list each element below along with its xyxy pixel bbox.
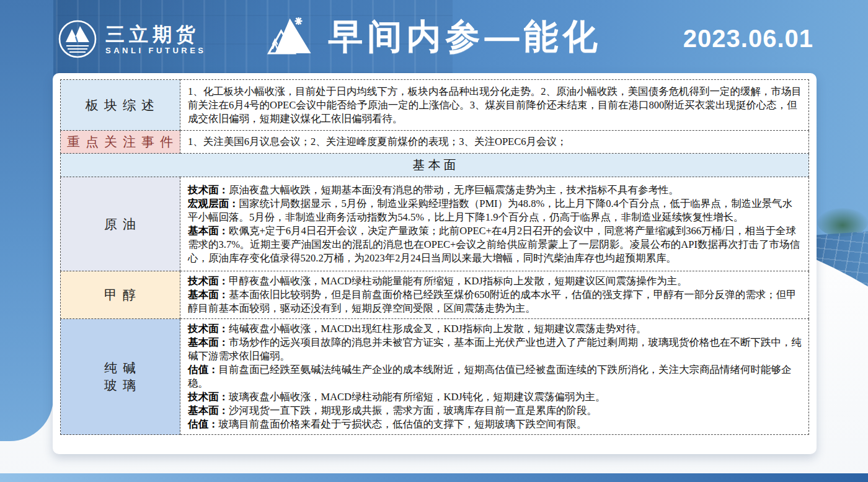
glass-label: 玻璃 bbox=[66, 377, 179, 394]
fundamentals-header-label: 基本面 bbox=[413, 158, 459, 172]
paragraph-lead: 宏观层面： bbox=[188, 198, 239, 209]
key-events-content-cell: 1、关注美国6月议息会议；2、关注迎峰度夏前煤价的表现；3、关注OPEC6月会议… bbox=[180, 131, 809, 154]
paragraph-lead: 估值： bbox=[188, 364, 219, 375]
paragraph-text: 沙河现货一直下跌，期现形成共振，需求方面，玻璃库存目前一直是累库的阶段。 bbox=[229, 405, 597, 416]
report-date: 2023.06.01 bbox=[683, 25, 813, 53]
paragraph-text: 市场炒作的远兴项目故障的消息并未被官方证实，基本面上光伏产业也进入了产能过剩周期… bbox=[188, 336, 802, 362]
paragraph-text: 欧佩克+定于6月4日召开会议，决定产量政策；此前OPEC+在4月2日召开的会议中… bbox=[188, 225, 800, 264]
paragraph-text: 原油夜盘大幅收跌，短期基本面没有消息的带动，无序巨幅震荡走势为主，技术指标不具有… bbox=[229, 184, 679, 196]
table-row-fundamentals-header: 基本面 bbox=[61, 154, 809, 177]
table-row-crude-oil: 原油 技术面：原油夜盘大幅收跌，短期基本面没有消息的带动，无序巨幅震荡走势为主，… bbox=[61, 177, 809, 271]
table-row-soda-glass: 纯碱 玻璃 技术面：纯碱夜盘小幅收涨，MACD出现红柱形成金叉，KDJ指标向上发… bbox=[61, 319, 809, 435]
crude-oil-content-cell: 技术面：原油夜盘大幅收跌，短期基本面没有消息的带动，无序巨幅震荡走势为主，技术指… bbox=[180, 177, 809, 271]
brand-name-en: SANLI FUTURES bbox=[105, 45, 206, 56]
paragraph-text: 玻璃夜盘小幅收涨，MACD绿柱动能有所缩短，KDJ钝化，短期建议震荡偏弱为主。 bbox=[229, 391, 606, 403]
fundamentals-header-cell: 基本面 bbox=[61, 154, 809, 177]
paragraph-lead: 技术面： bbox=[188, 323, 229, 335]
paragraph-lead: 基本面： bbox=[188, 289, 229, 300]
paragraph-lead: 技术面： bbox=[188, 391, 229, 403]
overview-text: 1、化工板块小幅收涨，目前处于日内均线下方，板块内各品种出现分化走势。2、原油小… bbox=[188, 85, 802, 125]
crude-oil-label: 原油 bbox=[104, 217, 141, 232]
paragraph-lead: 技术面： bbox=[188, 184, 229, 196]
bottom-gradient-bar bbox=[0, 473, 868, 482]
paragraph-lead: 基本面： bbox=[188, 405, 229, 416]
paragraph-text: 目前盘面已经跌至氨碱法纯碱生产企业的成本线附近，短期高估值已经被盘面连续的下跌所… bbox=[188, 364, 792, 389]
table-row-key-events: 重点关注事件 1、关注美国6月议息会议；2、关注迎峰度夏前煤价的表现；3、关注O… bbox=[61, 131, 809, 154]
paragraph-lead: 基本面： bbox=[188, 336, 229, 348]
soda-glass-content-cell: 技术面：纯碱夜盘小幅收涨，MACD出现红柱形成金叉，KDJ指标向上发散，短期建议… bbox=[180, 319, 809, 435]
soda-ash-label: 纯碱 bbox=[66, 359, 179, 377]
soda-glass-label-cell: 纯碱 玻璃 bbox=[61, 319, 180, 435]
paragraph-lead: 估值： bbox=[188, 418, 219, 430]
paragraph-text: 甲醇夜盘小幅收涨，MACD绿柱动能量能有所缩短，KDJ指标向上发散，短期建议区间… bbox=[229, 275, 688, 287]
page-header: 三立期货 SANLI FUTURES 早间内参—能化 2023.06.01 bbox=[0, 0, 868, 73]
paragraph-text: 国家统计局数据显示，5月份，制造业采购经理指数（PMI）为48.8%，比上月下降… bbox=[188, 198, 792, 223]
table-row-methanol: 甲醇 技术面：甲醇夜盘小幅收涨，MACD绿柱动能量能有所缩短，KDJ指标向上发散… bbox=[61, 271, 809, 319]
methanol-content-cell: 技术面：甲醇夜盘小幅收涨，MACD绿柱动能量能有所缩短，KDJ指标向上发散，短期… bbox=[180, 271, 809, 319]
overview-label: 板块综述 bbox=[86, 98, 160, 113]
report-card: 板块综述 1、化工板块小幅收涨，目前处于日内均线下方，板块内各品种出现分化走势。… bbox=[53, 73, 817, 454]
mountain-icon bbox=[267, 15, 320, 59]
paragraph-lead: 基本面： bbox=[188, 225, 229, 237]
key-events-label-cell: 重点关注事件 bbox=[61, 131, 180, 154]
key-events-label: 重点关注事件 bbox=[67, 134, 179, 149]
paragraph-text: 玻璃目前盘面价格来看处于亏损状态，低估值的支撑下，短期玻璃下跌空间有限。 bbox=[219, 418, 587, 430]
table-row-overview: 板块综述 1、化工板块小幅收涨，目前处于日内均线下方，板块内各品种出现分化走势。… bbox=[61, 80, 809, 131]
paragraph-text: 基本面依旧比较弱势，但是目前盘面价格已经跌至煤价650附近的成本水平，估值的强支… bbox=[188, 289, 797, 314]
title-block: 早间内参—能化 bbox=[267, 14, 602, 61]
report-table: 板块综述 1、化工板块小幅收涨，目前处于日内均线下方，板块内各品种出现分化走势。… bbox=[60, 79, 809, 435]
sanli-logo-icon bbox=[57, 19, 98, 62]
methanol-label-cell: 甲醇 bbox=[61, 271, 180, 319]
methanol-label: 甲醇 bbox=[104, 287, 141, 302]
brand-name-cn: 三立期货 bbox=[105, 24, 206, 45]
page-title: 早间内参—能化 bbox=[329, 14, 602, 61]
key-events-text: 1、关注美国6月议息会议；2、关注迎峰度夏前煤价的表现；3、关注OPEC6月会议… bbox=[188, 136, 567, 147]
paragraph-text: 纯碱夜盘小幅收涨，MACD出现红柱形成金叉，KDJ指标向上发散，短期建议震荡走势… bbox=[229, 323, 647, 335]
paragraph-lead: 技术面： bbox=[188, 275, 229, 287]
overview-label-cell: 板块综述 bbox=[61, 80, 180, 131]
crude-oil-label-cell: 原油 bbox=[61, 177, 180, 271]
overview-content-cell: 1、化工板块小幅收涨，目前处于日内均线下方，板块内各品种出现分化走势。2、原油小… bbox=[180, 80, 809, 131]
company-logo: 三立期货 SANLI FUTURES bbox=[57, 19, 206, 62]
